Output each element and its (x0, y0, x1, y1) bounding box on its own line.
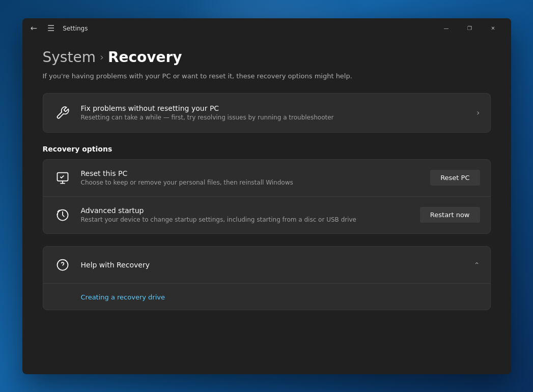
reset-pc-left: Reset this PC Choose to keep or remove y… (53, 169, 293, 187)
titlebar: ← ☰ Settings — ❐ ✕ (22, 18, 511, 39)
advanced-startup-subtitle: Restart your device to change startup se… (81, 216, 357, 223)
back-button[interactable]: ← (29, 21, 39, 35)
fix-problems-subtitle: Resetting can take a while — first, try … (81, 114, 334, 121)
help-recovery-header[interactable]: Help with Recovery ⌃ (43, 247, 490, 283)
main-content: System › Recovery If you're having probl… (22, 39, 511, 374)
reset-pc-text: Reset this PC Choose to keep or remove y… (81, 169, 293, 186)
breadcrumb-system: System (43, 49, 96, 66)
advanced-startup-title: Advanced startup (81, 206, 357, 215)
chevron-up-icon: ⌃ (474, 261, 480, 269)
reset-pc-subtitle: Choose to keep or remove your personal f… (81, 179, 293, 186)
recovery-options-card: Reset this PC Choose to keep or remove y… (43, 159, 491, 234)
restart-now-button[interactable]: Restart now (420, 207, 480, 223)
breadcrumb: System › Recovery (43, 49, 491, 66)
creating-recovery-drive-link[interactable]: Creating a recovery drive (81, 293, 165, 301)
window-controls: — ❐ ✕ (435, 20, 505, 37)
help-recovery-card: Help with Recovery ⌃ Creating a recovery… (43, 246, 491, 310)
advanced-startup-left: Advanced startup Restart your device to … (53, 206, 357, 224)
wrench-icon (53, 104, 72, 122)
advanced-startup-icon (53, 206, 72, 224)
fix-problems-text: Fix problems without resetting your PC R… (81, 104, 334, 121)
close-button[interactable]: ✕ (482, 20, 505, 37)
recovery-options-heading: Recovery options (43, 145, 491, 153)
page-subtitle: If you're having problems with your PC o… (43, 72, 491, 81)
minimize-button[interactable]: — (435, 20, 458, 37)
help-recovery-header-left: Help with Recovery (53, 256, 150, 274)
reset-pc-row: Reset this PC Choose to keep or remove y… (43, 160, 490, 196)
breadcrumb-current: Recovery (108, 49, 182, 66)
hamburger-button[interactable]: ☰ (45, 21, 57, 35)
settings-window: ← ☰ Settings — ❐ ✕ System › Recovery If … (22, 18, 511, 374)
reset-pc-icon (53, 169, 72, 187)
breadcrumb-separator: › (100, 51, 104, 63)
help-recovery-icon (53, 256, 72, 274)
maximize-button[interactable]: ❐ (458, 20, 482, 37)
help-recovery-content: Creating a recovery drive (43, 283, 490, 310)
reset-pc-title: Reset this PC (81, 169, 293, 177)
titlebar-left: ← ☰ Settings (29, 21, 88, 35)
help-recovery-title: Help with Recovery (81, 261, 150, 269)
fix-problems-left: Fix problems without resetting your PC R… (53, 104, 334, 122)
chevron-right-icon: › (476, 108, 480, 117)
titlebar-title: Settings (63, 25, 88, 32)
reset-pc-button[interactable]: Reset PC (430, 170, 480, 186)
fix-problems-card[interactable]: Fix problems without resetting your PC R… (43, 93, 491, 133)
advanced-startup-text: Advanced startup Restart your device to … (81, 206, 357, 223)
fix-problems-title: Fix problems without resetting your PC (81, 104, 334, 112)
advanced-startup-row: Advanced startup Restart your device to … (43, 196, 490, 233)
